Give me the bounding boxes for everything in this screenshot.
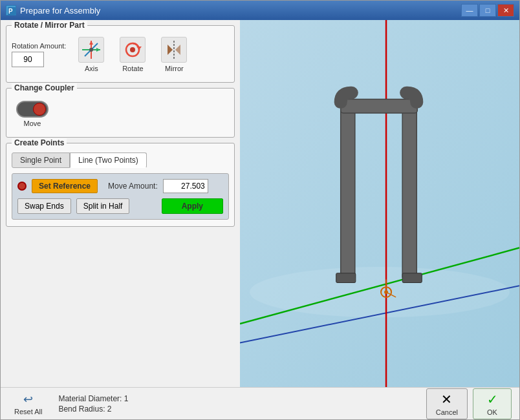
create-points-group: Create Points Single Point Line (Two Poi… xyxy=(6,143,235,227)
rotation-input[interactable] xyxy=(12,52,44,67)
3d-scene xyxy=(240,20,519,387)
maximize-button[interactable]: □ xyxy=(479,4,496,17)
axis-label: Axis xyxy=(85,65,98,72)
split-in-half-button[interactable]: Split in Half xyxy=(76,198,130,214)
rotate-button[interactable]: Rotate xyxy=(115,34,150,76)
bend-radius: Bend Radius: 2 xyxy=(58,404,415,414)
ref-row: Set Reference Move Amount: xyxy=(17,179,223,193)
window-controls: — □ ✕ xyxy=(461,4,514,17)
rotate-mirror-content: Rotation Amount: xyxy=(12,34,229,76)
svg-marker-13 xyxy=(175,45,180,55)
cancel-icon: ✕ xyxy=(441,392,452,407)
svg-marker-9 xyxy=(136,47,142,50)
svg-rect-24 xyxy=(402,273,422,283)
reset-all-button[interactable]: ↩ Reset All xyxy=(8,389,48,419)
mirror-label: Mirror xyxy=(165,65,184,72)
tabs-row: Single Point Line (Two Points) xyxy=(12,152,229,168)
axis-button[interactable]: Axis xyxy=(74,34,109,76)
svg-marker-6 xyxy=(89,41,93,45)
minimize-button[interactable]: — xyxy=(461,4,478,17)
rotation-label: Rotation Amount: xyxy=(12,42,66,50)
set-reference-button[interactable]: Set Reference xyxy=(32,179,98,193)
action-row: Swap Ends Split in Half Apply xyxy=(17,198,223,214)
coupler-content: Move xyxy=(12,98,229,131)
bottom-bar: ↩ Reset All Material Diameter: 1 Bend Ra… xyxy=(1,387,519,419)
bottom-buttons: ✕ Cancel ✓ OK xyxy=(426,388,512,419)
tab-line-two-points[interactable]: Line (Two Points) xyxy=(70,152,147,168)
apply-button[interactable]: Apply xyxy=(162,198,223,214)
move-button[interactable]: Move xyxy=(12,98,53,131)
svg-marker-12 xyxy=(168,45,173,55)
move-amount-input[interactable] xyxy=(163,179,208,193)
create-points-title: Create Points xyxy=(12,138,67,147)
toggle-icon xyxy=(16,101,49,118)
rotate-label: Rotate xyxy=(122,65,143,72)
material-diameter: Material Diameter: 1 xyxy=(58,394,415,403)
change-coupler-title: Change Coupler xyxy=(12,83,77,92)
main-content: Rotate / Mirror Part Rotation Amount: xyxy=(1,20,519,387)
svg-marker-7 xyxy=(96,48,100,52)
tab-single-point[interactable]: Single Point xyxy=(12,152,70,168)
app-icon: P xyxy=(6,5,16,16)
svg-text:P: P xyxy=(8,8,13,15)
close-button[interactable]: ✕ xyxy=(497,4,514,17)
axis-icon xyxy=(78,37,104,63)
svg-rect-23 xyxy=(336,273,356,283)
tool-buttons: Axis Ro xyxy=(74,34,191,76)
reset-icon: ↩ xyxy=(23,392,33,406)
reset-all-label: Reset All xyxy=(14,408,42,415)
toggle-knob xyxy=(33,103,46,116)
window-title: Prepare for Assembly xyxy=(20,6,100,16)
svg-rect-22 xyxy=(341,99,418,113)
change-coupler-group: Change Coupler Move xyxy=(6,88,235,138)
mirror-icon xyxy=(161,37,187,63)
rotate-mirror-group: Rotate / Mirror Part Rotation Amount: xyxy=(6,25,235,83)
move-amount-label: Move Amount: xyxy=(108,182,158,191)
ok-label: OK xyxy=(487,408,497,416)
rotation-input-group: Rotation Amount: xyxy=(12,42,66,67)
svg-point-5 xyxy=(89,48,93,52)
material-info: Material Diameter: 1 Bend Radius: 2 xyxy=(58,394,415,414)
svg-point-10 xyxy=(130,47,135,52)
3d-viewport[interactable] xyxy=(240,20,519,387)
swap-ends-button[interactable]: Swap Ends xyxy=(17,198,71,214)
rotate-mirror-title: Rotate / Mirror Part xyxy=(12,21,87,30)
left-panel: Rotate / Mirror Part Rotation Amount: xyxy=(1,20,240,387)
svg-rect-20 xyxy=(341,102,355,279)
cancel-label: Cancel xyxy=(436,408,458,416)
cancel-button[interactable]: ✕ Cancel xyxy=(426,388,468,419)
points-content: Set Reference Move Amount: Swap Ends Spl… xyxy=(12,173,229,220)
svg-rect-21 xyxy=(402,102,417,279)
ok-button[interactable]: ✓ OK xyxy=(473,388,512,419)
title-bar-left: P Prepare for Assembly xyxy=(6,5,100,16)
svg-rect-15 xyxy=(240,20,519,387)
ok-icon: ✓ xyxy=(487,392,498,407)
rotate-icon xyxy=(120,37,146,63)
mirror-button[interactable]: Mirror xyxy=(157,34,191,76)
main-window: P Prepare for Assembly — □ ✕ Rotate / Mi… xyxy=(0,0,520,420)
title-bar: P Prepare for Assembly — □ ✕ xyxy=(1,1,519,20)
move-label: Move xyxy=(24,120,41,127)
red-dot-indicator xyxy=(17,182,27,191)
